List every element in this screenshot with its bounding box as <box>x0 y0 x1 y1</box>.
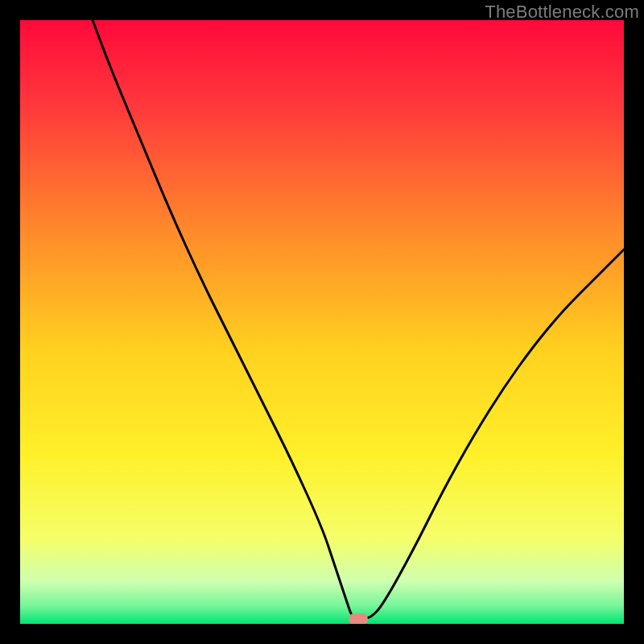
optimum-marker <box>349 613 368 624</box>
chart-frame: TheBottleneck.com <box>0 0 644 644</box>
plot-area <box>20 20 624 624</box>
gradient-background <box>20 20 624 624</box>
watermark-text: TheBottleneck.com <box>485 2 639 23</box>
chart-svg <box>20 20 624 624</box>
